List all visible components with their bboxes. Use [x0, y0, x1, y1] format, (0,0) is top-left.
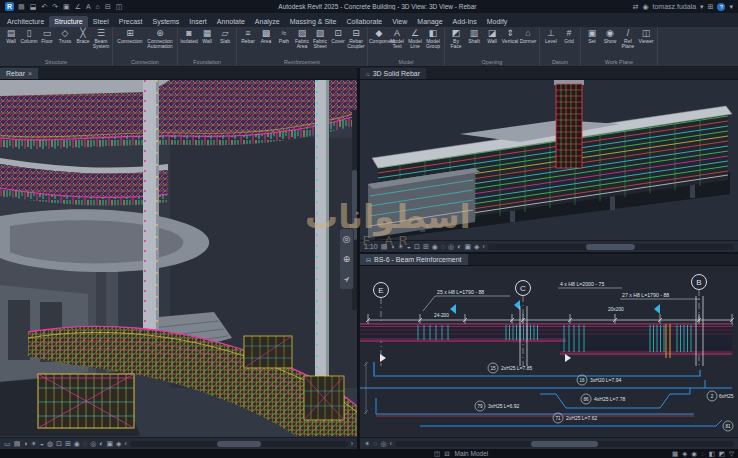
ribbon-tool[interactable]: ∠ Model Line — [406, 28, 424, 49]
ribbon-tool[interactable]: ▯ Column — [20, 28, 38, 44]
shadows-icon[interactable]: ◒ — [40, 440, 44, 448]
ribbon-tool[interactable]: ◉ Show — [601, 28, 619, 44]
reveal-hidden-icon[interactable]: ◎ — [90, 440, 96, 448]
open-icon[interactable]: ▤ — [18, 2, 25, 11]
save-icon[interactable]: ⬓ — [30, 2, 37, 11]
crop-region-icon[interactable]: ⊞ — [423, 243, 429, 251]
account-name[interactable]: tomasz.fudala — [653, 3, 697, 10]
ribbon-tool[interactable]: ☰ Beam System — [92, 28, 110, 49]
filter-icon[interactable]: ▽ — [729, 450, 734, 458]
ribbon-tool[interactable]: # Grid — [560, 28, 578, 44]
ribbon-tab[interactable]: Precast — [114, 16, 148, 27]
app-store-icon[interactable]: ⊞ — [708, 3, 714, 11]
analysis-icon[interactable]: ◈ — [116, 440, 121, 448]
text-icon[interactable]: A — [86, 2, 91, 11]
undo-icon[interactable]: ↶ — [41, 2, 47, 11]
temporary-properties-icon[interactable]: ▣ — [464, 243, 471, 251]
ribbon-tool[interactable]: ⊥ Level — [542, 28, 560, 44]
select-pinned-icon[interactable]: ◌ — [701, 450, 705, 458]
ribbon-tool[interactable]: A Model Text — [388, 28, 406, 49]
grid-bubble-b[interactable]: B — [696, 278, 701, 287]
tr-canvas[interactable] — [360, 80, 738, 240]
help-caret-icon[interactable]: ▾ — [729, 3, 733, 11]
ribbon-tool[interactable]: ⊞ Connection — [115, 28, 145, 44]
ribbon-tab[interactable]: View — [387, 16, 412, 27]
view-tab-bs6[interactable]: ⊟ BS-6 - Beam Reinforcement — [360, 254, 468, 265]
dim-label[interactable]: 24-200 — [434, 313, 449, 318]
beam-elevation-drawing[interactable]: E C B 25 x H8 L=1790 - 88 24-200 4 — [360, 266, 738, 437]
ribbon-tool[interactable]: ⊡ Cover — [329, 28, 347, 44]
ribbon-tool[interactable]: ◇ Truss — [56, 28, 74, 44]
ribbon-tab[interactable]: Architecture — [2, 16, 49, 27]
ribbon-tool[interactable]: ⊟ Rebar Coupler — [347, 28, 365, 49]
scroll-left-icon[interactable]: ‹ — [125, 440, 127, 448]
ribbon-tool[interactable]: ▱ Slab — [216, 28, 234, 44]
ribbon-tab[interactable]: Steel — [88, 16, 114, 27]
home-view-icon[interactable]: ⌂ — [96, 2, 100, 11]
select-underlay-icon[interactable]: ◉ — [691, 450, 697, 458]
br-canvas[interactable]: E C B 25 x H8 L=1790 - 88 24-200 4 — [360, 266, 738, 437]
avatar-icon[interactable]: ◉ — [642, 3, 648, 11]
temporary-hide-icon[interactable]: ◌ — [373, 440, 377, 448]
ribbon-tool[interactable]: / Ref Plane — [619, 28, 637, 49]
rendering-icon[interactable]: ◍ — [47, 440, 53, 448]
ribbon-tool[interactable]: ◙ Isolated — [180, 28, 198, 44]
dim-label[interactable]: 4 x H8 L=2000 - 75 — [560, 281, 604, 287]
sun-path-icon[interactable]: ☀ — [364, 440, 370, 448]
view-scale[interactable]: 1:10 — [364, 243, 378, 250]
spiral-ramp-model[interactable] — [0, 80, 357, 437]
scroll-right-icon[interactable]: › — [351, 440, 353, 448]
ribbon-tool[interactable]: ▥ Shaft — [465, 28, 483, 44]
close-icon[interactable]: × — [28, 70, 32, 77]
zoom-icon[interactable]: ⊕ — [343, 254, 351, 264]
ribbon-tab[interactable]: Modify — [482, 16, 513, 27]
ribbon-tool[interactable]: ≈ Path — [275, 28, 293, 44]
worksharing-icon[interactable]: ◐ — [99, 440, 103, 448]
dim-label[interactable]: 25 x H8 L=1790 - 88 — [437, 289, 484, 295]
scroll-left-icon[interactable]: ‹ — [390, 440, 392, 448]
select-links-icon[interactable]: ◈ — [682, 450, 687, 458]
ribbon-tool[interactable]: ▨ Fabric Area — [293, 28, 311, 49]
account-caret-icon[interactable]: ▾ — [700, 3, 704, 11]
ribbon-tool[interactable]: ╳ Brace — [74, 28, 92, 44]
default-3d-view-icon[interactable]: ◫ — [116, 2, 123, 11]
sun-path-icon[interactable]: ☀ — [30, 440, 36, 448]
reveal-hidden-icon[interactable]: ◎ — [448, 243, 454, 251]
measure-icon[interactable]: ∠ — [75, 2, 81, 11]
horizontal-scrollbar[interactable] — [488, 244, 734, 250]
visual-style-icon[interactable]: ◑ — [23, 440, 27, 448]
crop-view-icon[interactable]: ⊡ — [414, 243, 420, 251]
ribbon-tool[interactable]: ⌂ Dormer — [519, 28, 537, 44]
ribbon-tool[interactable]: ▩ Area — [257, 28, 275, 44]
ribbon-tool[interactable]: ⊛ Connection Automation — [145, 28, 175, 49]
detail-level-icon[interactable]: ▤ — [381, 243, 388, 251]
ribbon-tool[interactable]: ≡ Rebar — [239, 28, 257, 44]
worksets-icon[interactable]: ◫ — [434, 450, 440, 458]
temporary-properties-icon[interactable]: ▣ — [106, 440, 113, 448]
temporary-hide-icon[interactable]: ◌ — [83, 440, 87, 448]
ribbon-tool[interactable]: ▤ Wall — [2, 28, 20, 44]
redo-icon[interactable]: ↷ — [52, 2, 58, 11]
ribbon-tab[interactable]: Systems — [147, 16, 184, 27]
reveal-hidden-icon[interactable]: ◎ — [380, 440, 386, 448]
ribbon-tool[interactable]: ◫ Viewer — [637, 28, 655, 44]
section-icon[interactable]: ⊟ — [105, 2, 111, 11]
design-options-icon[interactable]: ⊟ — [444, 450, 449, 458]
lock-3d-icon[interactable]: ◉ — [432, 243, 438, 251]
view-tab-rebar[interactable]: Rebar × — [0, 68, 38, 79]
temporary-hide-icon[interactable]: ◌ — [441, 243, 445, 251]
steering-wheel-icon[interactable]: ◎ — [343, 234, 351, 244]
ribbon-tab[interactable]: Annotate — [212, 16, 250, 27]
active-model-label[interactable]: Main Model — [455, 450, 489, 457]
help-icon[interactable]: ? — [717, 3, 725, 11]
pan-arrow-icon[interactable]: ➢ — [340, 273, 352, 285]
view-tab-3d-solid-rebar[interactable]: ⌂ 3D Solid Rebar — [360, 68, 426, 79]
select-by-face-icon[interactable]: ◧ — [709, 450, 715, 458]
sync-icon[interactable]: ⇄ — [633, 3, 639, 11]
ribbon-tool[interactable]: ◩ By Face — [447, 28, 465, 49]
crop-region-icon[interactable]: ⊞ — [65, 440, 71, 448]
drag-on-selection-icon[interactable]: ◩ — [719, 450, 725, 458]
ribbon-tool[interactable]: ▣ Set — [583, 28, 601, 44]
detail-level-icon[interactable]: ▤ — [14, 440, 21, 448]
ribbon-tool[interactable]: ◧ Model Group — [424, 28, 442, 49]
